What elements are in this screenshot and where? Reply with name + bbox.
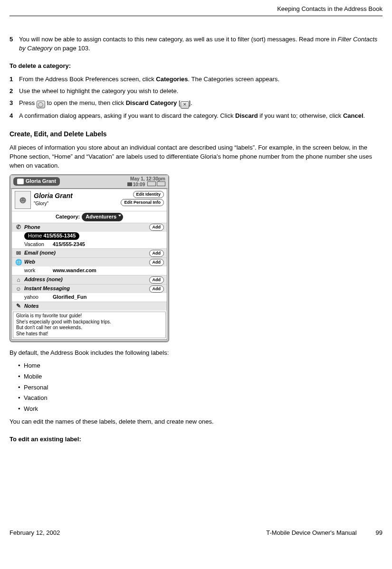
phone-row-vacation[interactable]: Vacation 415/555-2345 <box>12 240 167 249</box>
im-icon: ☺ <box>15 285 22 292</box>
web-row[interactable]: work www.wander.com <box>12 266 167 275</box>
im-label: yahoo <box>24 294 53 301</box>
bullet-item: •Work <box>18 405 382 414</box>
text: A confirmation dialog appears, asking if… <box>19 112 235 119</box>
bullet-text: Work <box>24 405 38 412</box>
address-header: ⌂ Address (none) Add <box>12 275 167 284</box>
notes-line: Gloria is my favorite tour guide! <box>16 313 163 319</box>
email-icon: ✉ <box>15 250 22 256</box>
notes-title: Notes <box>24 303 39 310</box>
edit-label-heading: To edit an existing label: <box>10 435 382 444</box>
address-book-icon <box>17 179 24 184</box>
email-title: Email (none) <box>24 249 56 257</box>
step-body: From the Address Book Preferences screen… <box>19 75 382 84</box>
text: to open the menu, then click <box>45 99 126 106</box>
delete-step-2: 2 Use the wheel to highlight the categor… <box>10 87 382 96</box>
text: if you want to; otherwise, click <box>258 112 343 119</box>
text: . <box>363 112 365 119</box>
step-number: 1 <box>10 75 19 84</box>
phone-vacation-label: Vacation <box>24 241 53 248</box>
step-5: 5 You will now be able to assign contact… <box>10 35 382 53</box>
edit-buttons: Edit Identity Edit Personal Info <box>121 191 164 206</box>
bullet-text: Personal <box>24 384 48 391</box>
address-title: Address (none) <box>24 276 63 284</box>
category-label: Category: <box>56 213 80 221</box>
step-number: 3 <box>10 99 19 109</box>
bullet-text: Mobile <box>24 373 42 380</box>
wheel-icon <box>37 101 45 108</box>
im-value: Glorified_Fun <box>53 294 87 301</box>
text: ]. <box>189 99 192 106</box>
discard-icon <box>181 101 189 109</box>
text: . The Categories screen appears. <box>188 76 280 83</box>
web-label: work <box>24 267 53 275</box>
contact-nickname: "Glory" <box>34 200 73 208</box>
bullet-dot-icon: • <box>18 383 24 392</box>
bullet-item: •Vacation <box>18 394 382 403</box>
edit-personal-button[interactable]: Edit Personal Info <box>121 199 164 206</box>
delete-step-1: 1 From the Address Book Preferences scre… <box>10 75 382 84</box>
phone-icon: ✆ <box>15 224 22 231</box>
phone-section: ✆ Phone Add Home 415/555-1345 Vacation 4… <box>12 223 167 249</box>
notes-body: Gloria is my favorite tour guide! She's … <box>13 312 166 338</box>
notes-section: ✎ Notes Gloria is my favorite tour guide… <box>12 302 167 340</box>
labels-heading: Create, Edit, and Delete Labels <box>10 129 382 139</box>
step-body: You will now be able to assign contacts … <box>19 35 382 53</box>
bullet-text: Home <box>24 362 40 369</box>
text: Press <box>19 99 37 106</box>
phone-home-selected: Home 415/555-1345 <box>24 232 79 240</box>
im-row[interactable]: yahoo Glorified_Fun <box>12 293 167 302</box>
notes-header: ✎ Notes <box>12 302 167 311</box>
text: on page 103. <box>52 45 90 52</box>
title-tab-text: Gloria Grant <box>26 178 56 185</box>
category-dropdown[interactable]: Adventurers <box>82 213 123 221</box>
phone-title: Phone <box>24 224 40 231</box>
page-number: 99 <box>376 529 382 538</box>
battery-icon <box>147 181 156 186</box>
step-number: 4 <box>10 112 19 121</box>
bullet-dot-icon: • <box>18 372 24 381</box>
add-web-button[interactable]: Add <box>149 259 164 266</box>
step-number: 5 <box>10 35 19 53</box>
status-time: 10:09 <box>133 182 145 187</box>
im-header: ☺ Instant Messaging Add <box>12 284 167 293</box>
address-section: ⌂ Address (none) Add <box>12 275 167 284</box>
notes-line: She's especially good with backpacking t… <box>16 319 163 325</box>
title-tab: Gloria Grant <box>13 177 60 186</box>
step-body: A confirmation dialog appears, asking if… <box>19 112 382 121</box>
add-address-button[interactable]: Add <box>149 276 164 284</box>
email-section: ✉ Email (none) Add <box>12 249 167 258</box>
footer-date: February 12, 2002 <box>10 529 60 538</box>
status-date: May 1, 12:30pm <box>130 176 165 181</box>
heading-tail: : <box>69 62 71 69</box>
add-email-button[interactable]: Add <box>149 250 164 257</box>
page-footer: February 12, 2002 T-Mobile Device Owner'… <box>10 529 382 538</box>
add-im-button[interactable]: Add <box>149 285 164 293</box>
bullet-item: •Home <box>18 361 382 370</box>
battery-icon <box>157 181 165 186</box>
web-icon: 🌐 <box>15 259 22 266</box>
delete-step-3: 3 Press to open the menu, then click Dis… <box>10 99 382 109</box>
phone-row-home[interactable]: Home 415/555-1345 <box>12 232 167 240</box>
bullet-dot-icon: • <box>18 361 24 370</box>
step-body: Use the wheel to highlight the category … <box>19 87 382 96</box>
heading-text: To delete a category <box>10 62 69 69</box>
step-number: 2 <box>10 87 19 96</box>
ui-term: Discard Category <box>126 99 177 106</box>
label-bullets: •Home •Mobile •Personal •Vacation •Work <box>18 361 382 414</box>
notes-line: But don't call her on weekends. <box>16 325 163 331</box>
web-section: 🌐 Web Add work www.wander.com <box>12 258 167 275</box>
add-phone-button[interactable]: Add <box>149 224 164 231</box>
web-value: www.wander.com <box>53 267 96 275</box>
step-body: Press to open the menu, then click Disca… <box>19 99 382 109</box>
web-header: 🌐 Web Add <box>12 258 167 266</box>
signal-icon <box>127 182 132 186</box>
status-right: May 1, 12:30pm 10:09 <box>127 176 165 187</box>
edit-identity-button[interactable]: Edit Identity <box>133 191 164 198</box>
running-head: Keeping Contacts in the Address Book <box>10 5 382 16</box>
text: From the Address Book Preferences screen… <box>19 76 156 83</box>
avatar: ☻ <box>15 191 31 209</box>
heading-text: To edit an existing label <box>10 436 79 443</box>
labels-intro: All pieces of information you store abou… <box>10 143 382 171</box>
text: You will now be able to assign contacts … <box>19 36 338 43</box>
